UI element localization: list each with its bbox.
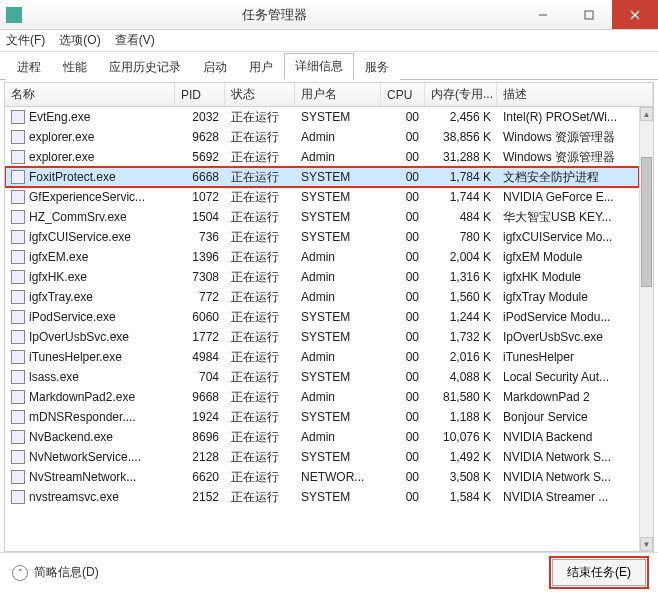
fewer-details-button[interactable]: ˄ 简略信息(D) bbox=[12, 564, 99, 581]
cell-status: 正在运行 bbox=[225, 167, 295, 187]
cell-name: igfxHK.exe bbox=[5, 267, 175, 287]
table-row[interactable]: IpOverUsbSvc.exe1772正在运行SYSTEM001,732 KI… bbox=[5, 327, 639, 347]
scroll-up-icon[interactable]: ▲ bbox=[640, 107, 653, 121]
maximize-button[interactable] bbox=[566, 0, 612, 29]
table-row[interactable]: iPodService.exe6060正在运行SYSTEM001,244 KiP… bbox=[5, 307, 639, 327]
cell-status: 正在运行 bbox=[225, 347, 295, 367]
cell-user: SYSTEM bbox=[295, 407, 381, 427]
cell-pid: 2152 bbox=[175, 487, 225, 507]
table-row[interactable]: NvNetworkService....2128正在运行SYSTEM001,49… bbox=[5, 447, 639, 467]
process-icon bbox=[11, 250, 25, 264]
cell-desc: 华大智宝USB KEY... bbox=[497, 207, 639, 227]
table-row[interactable]: igfxHK.exe7308正在运行Admin001,316 KigfxHK M… bbox=[5, 267, 639, 287]
table-row[interactable]: HZ_CommSrv.exe1504正在运行SYSTEM00484 K华大智宝U… bbox=[5, 207, 639, 227]
table-row[interactable]: igfxTray.exe772正在运行Admin001,560 KigfxTra… bbox=[5, 287, 639, 307]
table-row[interactable]: igfxEM.exe1396正在运行Admin002,004 KigfxEM M… bbox=[5, 247, 639, 267]
cell-pid: 1924 bbox=[175, 407, 225, 427]
tab-2[interactable]: 应用历史记录 bbox=[98, 54, 192, 80]
scroll-down-icon[interactable]: ▼ bbox=[640, 537, 653, 551]
cell-desc: Bonjour Service bbox=[497, 407, 639, 427]
cell-name: NvBackend.exe bbox=[5, 427, 175, 447]
cell-name: igfxEM.exe bbox=[5, 247, 175, 267]
process-icon bbox=[11, 110, 25, 124]
cell-desc: NVIDIA Network S... bbox=[497, 467, 639, 487]
cell-status: 正在运行 bbox=[225, 107, 295, 127]
col-cpu[interactable]: CPU bbox=[381, 83, 425, 106]
tab-5[interactable]: 详细信息 bbox=[284, 53, 354, 80]
cell-cpu: 00 bbox=[381, 247, 425, 267]
table-row[interactable]: nvstreamsvc.exe2152正在运行SYSTEM001,584 KNV… bbox=[5, 487, 639, 507]
cell-mem: 38,856 K bbox=[425, 127, 497, 147]
cell-cpu: 00 bbox=[381, 387, 425, 407]
table-row[interactable]: MarkdownPad2.exe9668正在运行Admin0081,580 KM… bbox=[5, 387, 639, 407]
window-controls bbox=[520, 0, 658, 29]
cell-desc: igfxHK Module bbox=[497, 267, 639, 287]
cell-desc: igfxCUIService Mo... bbox=[497, 227, 639, 247]
cell-desc: NVIDIA Network S... bbox=[497, 447, 639, 467]
tab-6[interactable]: 服务 bbox=[354, 54, 400, 80]
table-row[interactable]: lsass.exe704正在运行SYSTEM004,088 KLocal Sec… bbox=[5, 367, 639, 387]
col-user[interactable]: 用户名 bbox=[295, 83, 381, 106]
process-icon bbox=[11, 450, 25, 464]
table-row[interactable]: GfExperienceServic...1072正在运行SYSTEM001,7… bbox=[5, 187, 639, 207]
tab-1[interactable]: 性能 bbox=[52, 54, 98, 80]
cell-user: Admin bbox=[295, 427, 381, 447]
cell-cpu: 00 bbox=[381, 367, 425, 387]
footer: ˄ 简略信息(D) 结束任务(E) bbox=[0, 552, 658, 592]
table-row[interactable]: mDNSResponder....1924正在运行SYSTEM001,188 K… bbox=[5, 407, 639, 427]
close-button[interactable] bbox=[612, 0, 658, 29]
cell-cpu: 00 bbox=[381, 447, 425, 467]
table-row[interactable]: igfxCUIService.exe736正在运行SYSTEM00780 Kig… bbox=[5, 227, 639, 247]
cell-name: FoxitProtect.exe bbox=[5, 167, 175, 187]
table-row[interactable]: EvtEng.exe2032正在运行SYSTEM002,456 KIntel(R… bbox=[5, 107, 639, 127]
cell-user: SYSTEM bbox=[295, 487, 381, 507]
cell-name: igfxTray.exe bbox=[5, 287, 175, 307]
col-pid[interactable]: PID bbox=[175, 83, 225, 106]
process-icon bbox=[11, 170, 25, 184]
cell-mem: 1,560 K bbox=[425, 287, 497, 307]
table-row[interactable]: explorer.exe5692正在运行Admin0031,288 KWindo… bbox=[5, 147, 639, 167]
process-icon bbox=[11, 270, 25, 284]
table-row[interactable]: NvBackend.exe8696正在运行Admin0010,076 KNVID… bbox=[5, 427, 639, 447]
menu-file[interactable]: 文件(F) bbox=[6, 32, 45, 49]
cell-mem: 81,580 K bbox=[425, 387, 497, 407]
col-desc[interactable]: 描述 bbox=[497, 83, 653, 106]
process-rows: EvtEng.exe2032正在运行SYSTEM002,456 KIntel(R… bbox=[5, 107, 639, 551]
end-task-button[interactable]: 结束任务(E) bbox=[552, 559, 646, 586]
tab-3[interactable]: 启动 bbox=[192, 54, 238, 80]
col-name[interactable]: 名称 bbox=[5, 83, 175, 106]
process-icon bbox=[11, 470, 25, 484]
cell-status: 正在运行 bbox=[225, 187, 295, 207]
cell-status: 正在运行 bbox=[225, 267, 295, 287]
window-title: 任务管理器 bbox=[28, 6, 520, 24]
cell-status: 正在运行 bbox=[225, 227, 295, 247]
table-row[interactable]: explorer.exe9628正在运行Admin0038,856 KWindo… bbox=[5, 127, 639, 147]
scrollbar[interactable]: ▲ ▼ bbox=[639, 107, 653, 551]
cell-mem: 2,456 K bbox=[425, 107, 497, 127]
process-table: 名称 PID 状态 用户名 CPU 内存(专用... 描述 EvtEng.exe… bbox=[4, 82, 654, 552]
col-mem[interactable]: 内存(专用... bbox=[425, 83, 497, 106]
table-row[interactable]: FoxitProtect.exe6668正在运行SYSTEM001,784 K文… bbox=[5, 167, 639, 187]
cell-pid: 1772 bbox=[175, 327, 225, 347]
table-row[interactable]: NvStreamNetwork...6620正在运行NETWOR...003,5… bbox=[5, 467, 639, 487]
cell-pid: 4984 bbox=[175, 347, 225, 367]
cell-user: NETWOR... bbox=[295, 467, 381, 487]
cell-mem: 3,508 K bbox=[425, 467, 497, 487]
minimize-button[interactable] bbox=[520, 0, 566, 29]
fewer-details-label: 简略信息(D) bbox=[34, 564, 99, 581]
menu-options[interactable]: 选项(O) bbox=[59, 32, 100, 49]
cell-cpu: 00 bbox=[381, 467, 425, 487]
process-icon bbox=[11, 370, 25, 384]
tab-0[interactable]: 进程 bbox=[6, 54, 52, 80]
menu-view[interactable]: 查看(V) bbox=[115, 32, 155, 49]
cell-mem: 1,188 K bbox=[425, 407, 497, 427]
cell-user: SYSTEM bbox=[295, 227, 381, 247]
cell-status: 正在运行 bbox=[225, 247, 295, 267]
col-status[interactable]: 状态 bbox=[225, 83, 295, 106]
tab-4[interactable]: 用户 bbox=[238, 54, 284, 80]
cell-pid: 772 bbox=[175, 287, 225, 307]
process-icon bbox=[11, 130, 25, 144]
cell-name: lsass.exe bbox=[5, 367, 175, 387]
table-row[interactable]: iTunesHelper.exe4984正在运行Admin002,016 KiT… bbox=[5, 347, 639, 367]
scroll-thumb[interactable] bbox=[641, 157, 652, 287]
